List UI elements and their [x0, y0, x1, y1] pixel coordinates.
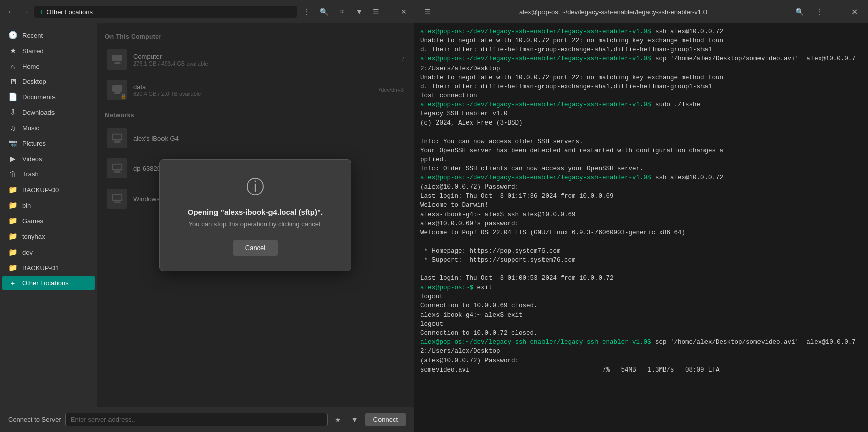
term-cmd-1: ssh alex@10.0.0.72 — [652, 28, 724, 35]
sidebar-item-home[interactable]: ⌂ Home — [2, 59, 95, 74]
games-icon: 📁 — [8, 216, 17, 225]
term-activity-button[interactable]: ☰ — [420, 6, 435, 18]
term-minimize-button[interactable]: − — [831, 6, 843, 18]
sidebar-item-trash[interactable]: 🗑 Trash — [2, 167, 95, 181]
pictures-icon: 📷 — [8, 139, 17, 148]
term-line-5: alex@pop-os:~$ exit — [420, 283, 862, 292]
sidebar-item-bin-label: bin — [22, 202, 31, 209]
sidebar-item-backup00[interactable]: 📁 BACKUP-00 — [2, 182, 95, 197]
term-line-4: alex@pop-os:~/dev/legacy-ssh-enabler/leg… — [420, 173, 862, 182]
sidebar-item-bin[interactable]: 📁 bin — [2, 198, 95, 213]
downloads-icon: ⇩ — [8, 108, 17, 117]
bookmark-server-button[interactable]: ★ — [332, 414, 344, 426]
term-cmd-5: exit — [473, 284, 493, 291]
term-line-1: alex@pop-os:~/dev/legacy-ssh-enabler/leg… — [420, 27, 862, 36]
sidebar-item-recent-label: Recent — [22, 32, 43, 39]
other-locations-icon: + — [8, 279, 17, 287]
term-line-6: alex@pop-os:~/dev/legacy-ssh-enabler/leg… — [420, 338, 862, 356]
sidebar-item-desktop-label: Desktop — [22, 78, 46, 85]
desktop-icon: 🖥 — [8, 77, 17, 86]
term-output-6: (alex@10.0.0.72) Password: — [420, 356, 862, 365]
sidebar-item-backup01[interactable]: 📁 BACKUP-01 — [2, 260, 95, 275]
trash-icon: 🗑 — [8, 170, 17, 178]
search-button[interactable]: 🔍 — [316, 6, 333, 18]
sidebar-item-videos-label: Videos — [22, 155, 42, 163]
sidebar-item-games-label: Games — [22, 217, 43, 225]
terminal: ☰ alex@pop-os: ~/dev/legacy-ssh-enabler/… — [414, 0, 868, 432]
sidebar-item-dev[interactable]: 📁 dev — [2, 244, 95, 260]
term-close-button[interactable]: ✕ — [847, 5, 862, 19]
fm-main: On This Computer Computer 276.1 GB / 493… — [97, 23, 414, 407]
term-output-3: Legacy SSH Enabler v1.0 (c) 2024, Alex F… — [420, 109, 862, 173]
sidebar-item-recent[interactable]: 🕐 Recent — [2, 28, 95, 43]
recent-icon: 🕐 — [8, 31, 17, 40]
sidebar-item-trash-label: Trash — [22, 170, 39, 178]
term-line-3: alex@pop-os:~/dev/legacy-ssh-enabler/leg… — [420, 100, 862, 109]
term-output-progress: somevideo.avi 7% 54MB 1.3MB/s 08:09 ETA — [420, 365, 862, 375]
sidebar-item-games[interactable]: 📁 Games — [2, 213, 95, 228]
fm-titlebar: ← → + Other Locations ⋮ 🔍 ⧧ ▼ ☰ − ✕ — [0, 0, 414, 23]
list-view-button[interactable]: ☰ — [369, 6, 384, 18]
term-output-2: Unable to negotiate with 10.0.0.72 port … — [420, 73, 862, 100]
sidebar-item-pictures[interactable]: 📷 Pictures — [2, 136, 95, 151]
connect-to-server-bar: Connect to Server ★ ▼ Connect — [0, 407, 414, 432]
sidebar-item-starred-label: Starred — [22, 47, 44, 55]
location-text: Other Locations — [46, 8, 93, 16]
sidebar-item-downloads[interactable]: ⇩ Downloads — [2, 105, 95, 120]
dialog-title: Opening "alexs-ibook-g4.local (sftp)". — [180, 208, 331, 216]
server-history-dropdown[interactable]: ▼ — [348, 414, 361, 426]
connect-to-server-label: Connect to Server — [8, 416, 61, 423]
documents-icon: 📄 — [8, 92, 17, 101]
sidebar-item-music-label: Music — [22, 124, 39, 132]
server-address-input[interactable] — [65, 413, 328, 426]
backup01-icon: 📁 — [8, 263, 17, 272]
location-bar: + Other Locations — [34, 6, 297, 18]
connect-button[interactable]: Connect — [365, 413, 406, 426]
term-prompt-1: alex@pop-os:~/dev/legacy-ssh-enabler/leg… — [420, 28, 652, 35]
sidebar-item-backup01-label: BACKUP-01 — [22, 264, 59, 272]
sidebar-item-other-locations-label: Other Locations — [22, 279, 69, 287]
backup00-icon: 📁 — [8, 185, 17, 194]
term-cmd-3: sudo ./lsshe — [652, 101, 701, 108]
dropdown-button[interactable]: ▼ — [352, 6, 367, 18]
sidebar-item-music[interactable]: ♫ Music — [2, 120, 95, 135]
sidebar-item-tonyhax[interactable]: 📁 tonyhax — [2, 229, 95, 244]
more-options-button[interactable]: ⋮ — [299, 6, 314, 18]
videos-icon: ▶ — [8, 154, 17, 163]
cancel-button[interactable]: Cancel — [233, 240, 278, 256]
term-prompt-6: alex@pop-os:~/dev/legacy-ssh-enabler/leg… — [420, 339, 652, 346]
dev-icon: 📁 — [8, 248, 17, 257]
sidebar-item-documents[interactable]: 📄 Documents — [2, 89, 95, 104]
sidebar-item-other-locations[interactable]: + Other Locations — [2, 276, 95, 290]
location-plus-icon: + — [39, 8, 43, 16]
music-icon: ♫ — [8, 124, 17, 132]
back-button[interactable]: ← — [4, 6, 17, 18]
grid-view-button[interactable]: ⧧ — [335, 6, 350, 18]
starred-icon: ★ — [8, 46, 17, 55]
term-output-5: logout Connection to 10.0.0.69 closed. a… — [420, 292, 862, 338]
sidebar-item-tonyhax-label: tonyhax — [22, 233, 45, 240]
sidebar-item-dev-label: dev — [22, 249, 33, 256]
close-button[interactable]: ✕ — [398, 6, 410, 18]
term-search-button[interactable]: 🔍 — [791, 6, 808, 18]
bin-icon: 📁 — [8, 201, 17, 210]
dialog: ⓘ Opening "alexs-ibook-g4.local (sftp)".… — [159, 159, 351, 271]
sidebar: 🕐 Recent ★ Starred ⌂ Home 🖥 Desktop 📄 Do… — [0, 23, 97, 407]
sidebar-item-home-label: Home — [22, 63, 40, 70]
sidebar-item-starred[interactable]: ★ Starred — [2, 43, 95, 58]
tonyhax-icon: 📁 — [8, 232, 17, 241]
sidebar-item-pictures-label: Pictures — [22, 140, 46, 147]
term-title: alex@pop-os: ~/dev/legacy-ssh-enabler/le… — [439, 8, 787, 16]
file-manager: ← → + Other Locations ⋮ 🔍 ⧧ ▼ ☰ − ✕ 🕐 Re… — [0, 0, 414, 432]
dialog-overlay: ⓘ Opening "alexs-ibook-g4.local (sftp)".… — [97, 23, 414, 407]
minimize-button[interactable]: − — [386, 6, 396, 18]
sidebar-item-backup00-label: BACKUP-00 — [22, 186, 59, 194]
dialog-info-icon: ⓘ — [180, 175, 331, 200]
term-more-button[interactable]: ⋮ — [812, 6, 827, 18]
sidebar-item-downloads-label: Downloads — [22, 109, 55, 116]
term-body: alex@pop-os:~/dev/legacy-ssh-enabler/leg… — [414, 23, 868, 432]
forward-button[interactable]: → — [19, 6, 32, 18]
sidebar-item-desktop[interactable]: 🖥 Desktop — [2, 74, 95, 89]
dialog-text: You can stop this operation by clicking … — [180, 220, 331, 228]
sidebar-item-videos[interactable]: ▶ Videos — [2, 151, 95, 166]
